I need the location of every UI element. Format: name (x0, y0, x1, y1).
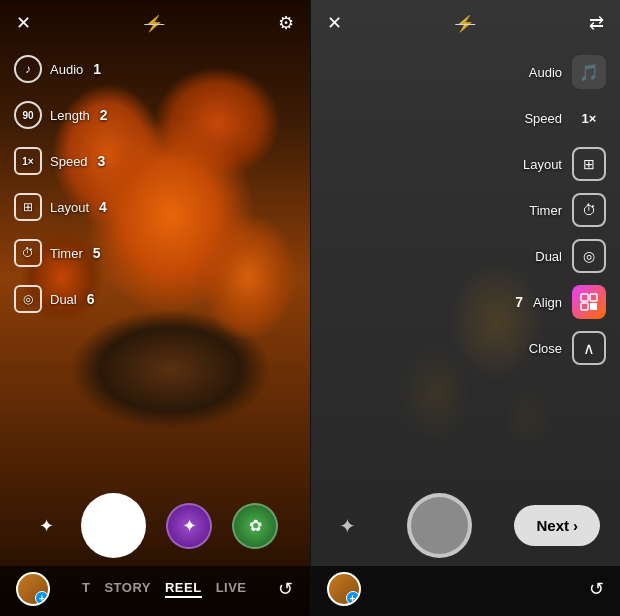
right-audio-icon: 🎵 (572, 55, 606, 89)
right-user-avatar[interactable]: + (327, 572, 361, 606)
right-menu-speed[interactable]: Speed 1× (524, 101, 606, 135)
right-bottom-controls: ✦ Next › + ↺ (311, 481, 621, 616)
right-refresh-icon[interactable]: ↺ (589, 578, 604, 600)
right-menu-align[interactable]: 7 Align (515, 285, 606, 319)
svg-rect-2 (581, 303, 588, 310)
timer-number: 5 (93, 245, 101, 261)
svg-rect-1 (590, 294, 597, 301)
right-close-label: Close (529, 341, 562, 356)
flip-camera-icon[interactable]: ⇄ (589, 12, 604, 34)
left-top-bar: ✕ ⚡ ⚙ (0, 0, 310, 46)
speed-label: Speed (50, 154, 88, 169)
svg-rect-0 (581, 294, 588, 301)
audio-number: 1 (93, 61, 101, 77)
right-align-number: 7 (515, 294, 523, 310)
right-shutter-button[interactable] (407, 493, 472, 558)
close-icon[interactable]: ✕ (16, 12, 31, 34)
right-dual-label: Dual (535, 249, 562, 264)
next-button[interactable]: Next › (514, 505, 600, 546)
right-avatar-plus-icon: + (346, 591, 360, 605)
layout-number: 4 (99, 199, 107, 215)
left-menu: ♪ Audio 1 90 Length 2 1× Speed 3 ⊞ Layou… (14, 55, 108, 313)
menu-item-dual[interactable]: ◎ Dual 6 (14, 285, 108, 313)
next-chevron-icon: › (573, 517, 578, 534)
mode-bar-left: + (16, 572, 50, 606)
right-close-chevron-icon: ∧ (572, 331, 606, 365)
camera-controls: ✦ ✦ ✿ (0, 481, 310, 566)
effect-purple-button[interactable]: ✦ (166, 503, 212, 549)
avatar-plus-icon: + (35, 591, 49, 605)
menu-item-speed[interactable]: 1× Speed 3 (14, 147, 108, 175)
audio-icon: ♪ (14, 55, 42, 83)
tab-text[interactable]: T (82, 580, 90, 598)
menu-item-timer[interactable]: ⏱ Timer 5 (14, 239, 108, 267)
move-icon[interactable]: ✦ (331, 509, 365, 543)
layout-label: Layout (50, 200, 89, 215)
sparkle-button[interactable]: ✦ (31, 511, 61, 541)
right-sidebar-menu: Audio 🎵 Speed 1× Layout ⊞ Timer ⏱ Dual ◎… (515, 55, 606, 365)
right-camera-controls: ✦ Next › (311, 481, 621, 566)
length-icon: 90 (14, 101, 42, 129)
refresh-icon[interactable]: ↺ (278, 578, 293, 600)
right-layout-label: Layout (523, 157, 562, 172)
left-camera-panel: ✕ ⚡ ⚙ ♪ Audio 1 90 Length 2 1× Speed 3 ⊞… (0, 0, 310, 616)
menu-item-layout[interactable]: ⊞ Layout 4 (14, 193, 108, 221)
right-timer-icon: ⏱ (572, 193, 606, 227)
right-menu-audio[interactable]: Audio 🎵 (529, 55, 606, 89)
tab-live[interactable]: LIVE (216, 580, 247, 598)
right-audio-label: Audio (529, 65, 562, 80)
mode-bar: + T STORY REEL LIVE ↺ (0, 566, 310, 616)
tab-reel[interactable]: REEL (165, 580, 202, 598)
right-speed-label: Speed (524, 111, 562, 126)
dual-icon: ◎ (14, 285, 42, 313)
speed-number: 3 (98, 153, 106, 169)
right-mode-bar: + ↺ (311, 566, 621, 616)
user-avatar[interactable]: + (16, 572, 50, 606)
settings-icon[interactable]: ⚙ (278, 12, 294, 34)
right-top-bar: ✕ ⚡ ⇄ (311, 0, 621, 46)
right-flash-icon[interactable]: ⚡ (455, 14, 475, 33)
svg-rect-3 (590, 303, 597, 310)
audio-label: Audio (50, 62, 83, 77)
dual-label: Dual (50, 292, 77, 307)
menu-item-audio[interactable]: ♪ Audio 1 (14, 55, 108, 83)
length-label: Length (50, 108, 90, 123)
next-label: Next (536, 517, 569, 534)
dual-number: 6 (87, 291, 95, 307)
right-layout-icon: ⊞ (572, 147, 606, 181)
layout-icon: ⊞ (14, 193, 42, 221)
right-camera-panel: ✕ ⚡ ⇄ Audio 🎵 Speed 1× Layout ⊞ Timer ⏱ … (311, 0, 621, 616)
right-align-label: Align (533, 295, 562, 310)
shutter-button[interactable] (81, 493, 146, 558)
speed-icon: 1× (14, 147, 42, 175)
left-bottom-controls: ✦ ✦ ✿ + T STORY REEL LIVE ↺ (0, 481, 310, 616)
right-menu-layout[interactable]: Layout ⊞ (523, 147, 606, 181)
timer-icon: ⏱ (14, 239, 42, 267)
length-number: 2 (100, 107, 108, 123)
right-menu-dual[interactable]: Dual ◎ (535, 239, 606, 273)
flash-icon[interactable]: ⚡ (144, 14, 164, 33)
timer-label: Timer (50, 246, 83, 261)
right-menu-timer[interactable]: Timer ⏱ (529, 193, 606, 227)
mode-tabs: T STORY REEL LIVE (82, 580, 247, 598)
right-menu-close[interactable]: Close ∧ (529, 331, 606, 365)
right-timer-label: Timer (529, 203, 562, 218)
right-close-icon[interactable]: ✕ (327, 12, 342, 34)
effect-green-button[interactable]: ✿ (232, 503, 278, 549)
right-align-icon (572, 285, 606, 319)
menu-item-length[interactable]: 90 Length 2 (14, 101, 108, 129)
right-dual-icon: ◎ (572, 239, 606, 273)
right-speed-icon: 1× (572, 101, 606, 135)
tab-story[interactable]: STORY (104, 580, 151, 598)
